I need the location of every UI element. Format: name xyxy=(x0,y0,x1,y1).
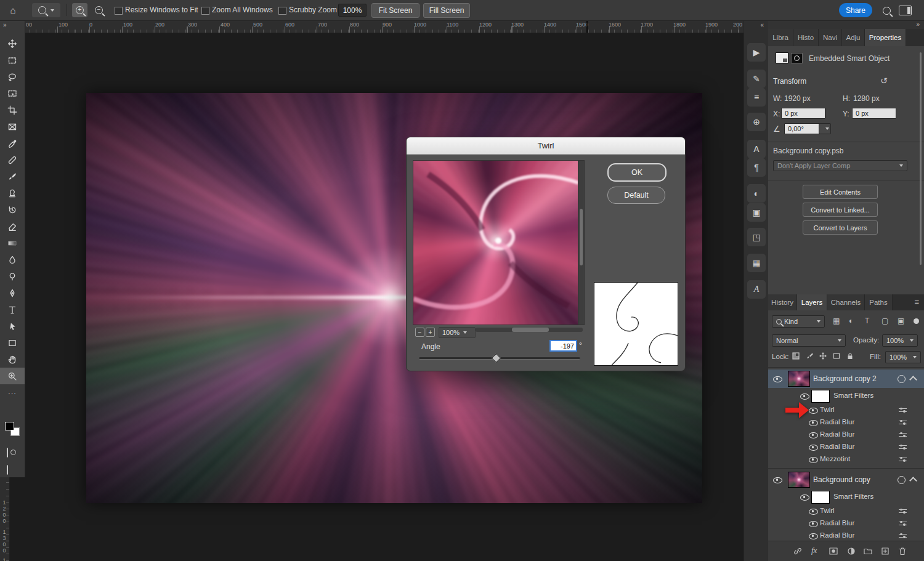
lock-all-icon[interactable] xyxy=(846,352,854,362)
lasso-tool[interactable] xyxy=(0,68,25,85)
panel-actions-button[interactable]: ▶ xyxy=(747,43,766,62)
angle-input[interactable]: -197 xyxy=(549,340,577,352)
panel-adjustments-button[interactable]: ◐ xyxy=(747,184,766,203)
dialog-title[interactable]: Twirl xyxy=(407,137,685,155)
gradient-tool[interactable] xyxy=(0,235,25,251)
share-button[interactable]: Share xyxy=(839,3,872,17)
panel-brushes-button[interactable]: ≡ xyxy=(747,88,766,107)
filter-smart-objects-icon[interactable]: ▣ xyxy=(898,317,904,325)
filter-name[interactable]: Radial Blur xyxy=(820,531,854,539)
filter-row-radial-blur[interactable]: Radial Blur xyxy=(768,530,924,541)
mask-thumbnail-icon[interactable] xyxy=(791,53,803,63)
filter-name[interactable]: Twirl xyxy=(820,406,835,413)
search-button[interactable] xyxy=(880,5,893,16)
panel-glyphs-button[interactable]: A xyxy=(747,280,766,299)
filter-name[interactable]: Radial Blur xyxy=(820,418,854,426)
edit-toolbar-button[interactable]: ··· xyxy=(0,384,25,401)
panel-brush-settings-button[interactable]: ✎ xyxy=(747,70,766,88)
convert-to-linked-button[interactable]: Convert to Linked... xyxy=(803,203,878,217)
frame-tool[interactable] xyxy=(0,118,25,135)
horizontal-ruler[interactable]: 00 100 0 100 200 300 400 500 600 700 800… xyxy=(9,20,744,33)
filter-blending-options-icon[interactable] xyxy=(899,533,907,539)
rotation-dropdown[interactable] xyxy=(819,123,831,134)
filter-blending-options-icon[interactable] xyxy=(899,520,907,527)
crop-tool[interactable] xyxy=(0,102,25,118)
move-tool[interactable] xyxy=(0,35,25,52)
foreground-background-swatches[interactable] xyxy=(2,422,23,437)
zoom-percent-input[interactable]: 100% xyxy=(338,4,367,17)
spot-healing-brush-tool[interactable] xyxy=(0,151,25,168)
visibility-eye-icon[interactable] xyxy=(809,509,818,515)
pen-tool[interactable] xyxy=(0,285,25,301)
collapse-chevron-icon[interactable] xyxy=(909,376,917,384)
smart-filter-badge-icon[interactable] xyxy=(898,476,906,484)
zoom-in-button[interactable]: + xyxy=(72,3,87,17)
add-mask-icon[interactable] xyxy=(829,546,838,558)
opacity-dropdown[interactable]: 100% xyxy=(882,334,918,347)
link-layers-icon[interactable] xyxy=(793,546,803,558)
filter-name[interactable]: Radial Blur xyxy=(820,430,854,438)
lock-position-icon[interactable] xyxy=(819,352,827,362)
filter-pixel-layers-icon[interactable]: ▦ xyxy=(833,317,840,325)
preview-zoom-dropdown[interactable]: 100% xyxy=(439,327,476,338)
visibility-eye-icon[interactable] xyxy=(773,376,782,382)
filter-row-radial-blur[interactable]: Radial Blur xyxy=(768,517,924,530)
filter-mask-thumbnail[interactable] xyxy=(811,491,830,504)
filter-adjustment-layers-icon[interactable]: ◐ xyxy=(849,317,853,325)
type-tool[interactable] xyxy=(0,301,25,318)
new-group-icon[interactable] xyxy=(863,546,873,558)
layer-name[interactable]: Background copy xyxy=(813,475,870,484)
edit-contents-button[interactable]: Edit Contents xyxy=(803,185,878,199)
visibility-eye-icon[interactable] xyxy=(809,457,818,463)
preview-vertical-scrollbar[interactable] xyxy=(578,161,584,325)
eraser-tool[interactable] xyxy=(0,218,25,235)
preview-zoom-in-button[interactable]: + xyxy=(426,328,435,337)
brush-tool[interactable] xyxy=(0,168,25,185)
tab-properties[interactable]: Properties xyxy=(865,29,906,46)
delete-layer-icon[interactable] xyxy=(898,546,907,558)
filter-mask-thumbnail[interactable] xyxy=(811,390,830,403)
convert-to-layers-button[interactable]: Convert to Layers xyxy=(803,220,878,235)
smart-filters-label[interactable]: Smart Filters xyxy=(833,493,873,500)
tab-layers[interactable]: Layers xyxy=(797,294,827,310)
tab-channels[interactable]: Channels xyxy=(827,294,865,310)
panel-3d-button[interactable]: ◳ xyxy=(747,228,766,246)
filter-shape-layers-icon[interactable]: ▢ xyxy=(881,317,888,325)
scrollbar-thumb[interactable] xyxy=(512,328,549,332)
visibility-eye-icon[interactable] xyxy=(809,521,818,527)
x-input[interactable]: 0 px xyxy=(781,108,825,119)
layer-name[interactable]: Background copy 2 xyxy=(813,374,877,383)
expand-panels-icon[interactable]: « xyxy=(760,22,764,28)
marquee-tool[interactable] xyxy=(0,52,25,68)
filter-blending-options-icon[interactable] xyxy=(899,419,907,426)
hand-tool[interactable] xyxy=(0,351,25,368)
smart-filters-row[interactable]: Smart Filters xyxy=(768,489,924,505)
workspace-switcher-button[interactable] xyxy=(898,6,912,15)
tab-adjustments[interactable]: Adju xyxy=(842,29,865,46)
lock-pixels-icon[interactable] xyxy=(805,352,814,362)
default-button[interactable]: Default xyxy=(607,187,665,204)
home-button[interactable]: ⌂ xyxy=(6,3,20,17)
panel-character-button[interactable]: A xyxy=(747,140,766,158)
visibility-eye-icon[interactable] xyxy=(809,445,818,451)
zoom-out-button[interactable]: − xyxy=(91,3,107,17)
adjustment-layer-icon[interactable] xyxy=(846,546,856,558)
new-layer-icon[interactable] xyxy=(880,546,890,558)
fit-screen-button[interactable]: Fit Screen xyxy=(371,3,419,18)
y-input[interactable]: 0 px xyxy=(852,108,896,119)
filter-blending-options-icon[interactable] xyxy=(899,432,907,438)
fill-dropdown[interactable]: 100% xyxy=(885,351,921,363)
collapse-toolbar-icon[interactable]: » xyxy=(3,22,7,28)
collapse-chevron-icon[interactable] xyxy=(909,477,917,485)
lock-transparency-icon[interactable] xyxy=(792,352,800,362)
layer-thumbnail[interactable] xyxy=(788,472,810,488)
layers-menu-icon[interactable]: ≡ xyxy=(914,297,919,307)
filter-name[interactable]: Mezzotint xyxy=(820,455,850,462)
tab-histogram[interactable]: Histo xyxy=(793,29,819,46)
filter-row-twirl[interactable]: Twirl xyxy=(768,505,924,517)
smart-filters-label[interactable]: Smart Filters xyxy=(833,392,873,399)
reset-transform-icon[interactable]: ↺ xyxy=(880,76,888,86)
panel-clone-source-button[interactable]: ⊕ xyxy=(747,113,766,131)
visibility-eye-icon[interactable] xyxy=(809,420,818,426)
layer-row-background-copy[interactable]: Background copy xyxy=(768,470,924,489)
